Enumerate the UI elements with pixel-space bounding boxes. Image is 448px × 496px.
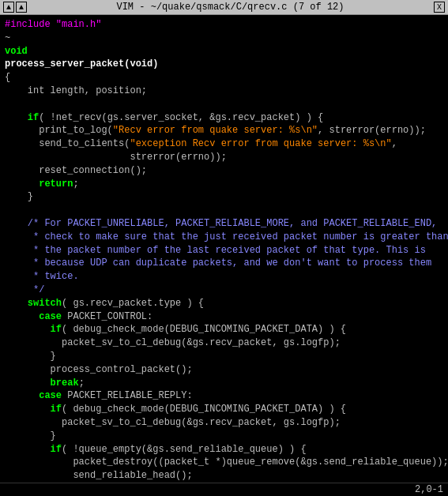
code-line: } — [5, 351, 56, 362]
code-line: * because UDP can duplicate packets, and… — [5, 257, 431, 269]
code-line: packet_destroy((packet_t *)queue_remove(… — [5, 457, 448, 468]
code-line: * the packet number of the last received… — [5, 245, 426, 256]
code-line: if( debug_check_mode(DEBUG_INCOMING_PACK… — [5, 324, 346, 335]
maximize-button[interactable]: ▲ — [16, 2, 27, 13]
code-line: reset_connection(); — [5, 165, 147, 176]
code-line: ~ — [5, 32, 10, 43]
code-line: * check to make sure that the just recei… — [5, 231, 448, 242]
titlebar: ▲ ▲ VIM - ~/quake/qsmack/C/qrecv.c (7 of… — [0, 0, 448, 15]
code-line: switch( gs.recv_packet.type ) { — [5, 298, 204, 309]
code-line: #include "main.h" — [5, 19, 101, 30]
code-line: packet_sv_to_cl_debug(&gs.recv_packet, g… — [5, 417, 341, 428]
code-line: break; — [5, 378, 85, 389]
code-line — [5, 99, 10, 110]
code-line: * twice. — [5, 271, 79, 282]
code-editor[interactable]: #include "main.h" ~ void process_server_… — [0, 15, 448, 483]
window-title: VIM - ~/quake/qsmack/C/qrecv.c (7 of 12) — [116, 2, 344, 13]
code-line: packet_sv_to_cl_debug(&gs.recv_packet, g… — [5, 337, 341, 348]
code-line: if( !queue_empty(&gs.send_reliable_queue… — [5, 444, 307, 455]
vim-window: ▲ ▲ VIM - ~/quake/qsmack/C/qrecv.c (7 of… — [0, 0, 448, 496]
minimize-button[interactable]: ▲ — [3, 2, 14, 13]
code-line: { — [5, 72, 10, 83]
code-line: /* For PACKET_UNRELIABLE, PACKET_RELIABL… — [5, 218, 437, 229]
code-line: send_to_clients("exception Recv error fr… — [5, 138, 397, 149]
code-line: strerror(errno)); — [5, 152, 227, 163]
code-line: process_control_packet(); — [5, 364, 193, 375]
code-line: int length, position; — [5, 85, 147, 96]
code-line: case PACKET_CONTROL: — [5, 311, 152, 322]
titlebar-left-buttons[interactable]: ▲ ▲ — [3, 2, 27, 13]
cursor-position: 2,0-1 — [415, 484, 443, 495]
code-line: void — [5, 46, 28, 57]
code-line — [5, 205, 10, 216]
code-line: print_to_log("Recv error from quake serv… — [5, 125, 426, 136]
code-line: } — [5, 430, 56, 442]
code-line: process_server_packet(void) — [5, 58, 158, 70]
code-line: return; — [5, 178, 79, 190]
code-line: */ — [5, 284, 44, 295]
statusbar: 2,0-1 — [0, 483, 448, 496]
code-line: } — [5, 191, 33, 202]
close-button[interactable]: X — [434, 2, 445, 13]
code-line: send_reliable_head(); — [5, 470, 193, 481]
titlebar-right-buttons[interactable]: X — [434, 2, 445, 13]
code-line: if( debug_check_mode(DEBUG_INCOMING_PACK… — [5, 404, 346, 415]
code-line: case PACKET_RELIABLE_REPLY: — [5, 390, 193, 401]
code-line: if( !net_recv(gs.server_socket, &gs.recv… — [5, 112, 323, 123]
